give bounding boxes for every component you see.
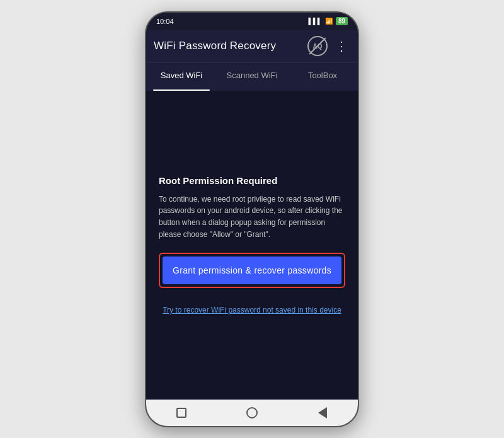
signal-icon: ▌▌▌ <box>309 18 322 25</box>
app-title: WiFi Password Recovery <box>154 40 307 52</box>
tab-saved-wifi[interactable]: Saved WiFi <box>146 63 217 91</box>
nav-home-button[interactable] <box>244 405 260 420</box>
permission-card: Root Permission Required To continue, we… <box>159 175 345 288</box>
phone-frame: 10:04 ▌▌▌ 📶 89 WiFi Password Recovery AQ… <box>145 11 359 427</box>
grant-permission-button[interactable]: Grant permission & recover passwords <box>163 256 341 284</box>
header-icons: AQ ⋮ <box>307 36 350 56</box>
aq-label: AQ <box>313 43 323 50</box>
permission-title: Root Permission Required <box>159 175 277 186</box>
nav-back-button[interactable] <box>315 405 330 420</box>
menu-dots-button[interactable]: ⋮ <box>333 38 350 54</box>
recover-link[interactable]: Try to recover WiFi password not saved i… <box>163 306 341 314</box>
status-bar: 10:04 ▌▌▌ 📶 89 <box>146 13 358 30</box>
main-content: Root Permission Required To continue, we… <box>146 91 358 400</box>
permission-body: To continue, we need root privilege to r… <box>159 193 345 240</box>
bottom-nav <box>146 400 358 426</box>
status-right-icons: ▌▌▌ 📶 89 <box>309 17 348 25</box>
wifi-icon: 📶 <box>325 18 333 25</box>
tab-toolbox[interactable]: ToolBox <box>287 63 358 91</box>
home-icon <box>246 407 258 418</box>
nav-recent-button[interactable] <box>174 405 189 420</box>
app-header: WiFi Password Recovery AQ ⋮ <box>146 30 358 63</box>
aq-button[interactable]: AQ <box>307 36 328 56</box>
grant-btn-wrapper: Grant permission & recover passwords <box>159 253 345 288</box>
tabs-bar: Saved WiFi Scanned WiFi ToolBox <box>146 63 358 91</box>
recent-icon <box>176 408 186 418</box>
tab-scanned-wifi[interactable]: Scanned WiFi <box>217 63 287 91</box>
status-time: 10:04 <box>156 18 174 25</box>
back-icon <box>318 407 327 418</box>
battery-icon: 89 <box>336 17 348 25</box>
